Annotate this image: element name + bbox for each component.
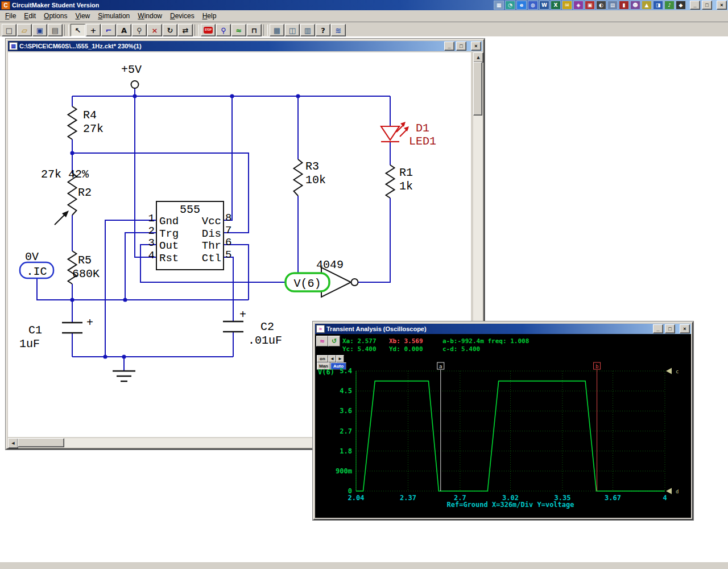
probe-tool-icon: ⚲	[221, 26, 226, 35]
y-tick-label: 4.5	[340, 387, 352, 395]
label-r2-ref: R2	[78, 186, 92, 199]
menu-edit[interactable]: Edit	[20, 11, 40, 21]
capacitor-c1[interactable]	[62, 323, 82, 333]
oscilloscope-minimize-button[interactable]: _	[653, 324, 663, 333]
tool-device-browse[interactable]: ▥	[300, 24, 315, 36]
tool-scroll-waveforms[interactable]: ≋	[331, 24, 346, 36]
tool-add-part[interactable]: +	[86, 24, 101, 36]
oscilloscope-maximize-button[interactable]: □	[665, 324, 675, 333]
menu-simulation[interactable]: Simulation	[94, 11, 134, 21]
tray-dot-icon[interactable]: ◆	[676, 1, 686, 10]
tool-stop-simulation[interactable]: STOP	[201, 24, 216, 36]
tool-help[interactable]: ?	[316, 24, 330, 36]
minimize-button[interactable]: _	[690, 1, 700, 10]
tool-print[interactable]: ▤	[48, 24, 63, 36]
tool-device-hotkeys[interactable]: ◫	[285, 24, 300, 36]
maximize-button[interactable]: □	[702, 1, 712, 10]
tool-wire-tool[interactable]: ⌐	[101, 24, 116, 36]
led-d1[interactable]	[381, 122, 409, 142]
label-plus5v: +5V	[121, 63, 142, 76]
oscilloscope-plot: 5.44.53.62.71.8900m02.042.372.73.023.353…	[315, 334, 691, 518]
tray-note-icon[interactable]: ♪	[664, 1, 675, 10]
tool-run-analysis[interactable]: ≈	[231, 24, 246, 36]
capacitor-c2[interactable]	[223, 321, 243, 332]
tool-text-tool[interactable]: A	[117, 24, 131, 36]
tool-probe-tool[interactable]: ⚲	[216, 24, 231, 36]
power-terminal[interactable]	[131, 81, 139, 88]
tray-word-icon[interactable]: W	[539, 1, 549, 10]
tray-mail-icon[interactable]: ✉	[562, 1, 572, 10]
tool-new-file[interactable]: □	[2, 24, 16, 36]
tray-tv-icon[interactable]: ◨	[653, 1, 663, 10]
tool-open-file[interactable]: ▱	[17, 24, 32, 36]
scroll-up-button[interactable]: ▲	[473, 52, 483, 63]
horizontal-scroll-thumb[interactable]	[18, 438, 64, 447]
add-part-icon: +	[90, 26, 97, 35]
tray-diamond-icon[interactable]: ◈	[573, 1, 584, 10]
menu-view[interactable]: View	[71, 11, 94, 21]
label-d1-ref: D1	[416, 122, 429, 135]
ground-symbol[interactable]	[113, 371, 135, 381]
menubar: FileEditOptionsViewSimulationWindowDevic…	[0, 10, 728, 22]
resistor-r4[interactable]	[68, 106, 77, 139]
resistor-r3[interactable]	[294, 159, 303, 196]
rotate-icon: ↻	[167, 26, 173, 35]
label-c2-plus: +	[239, 308, 246, 321]
digital-mode-icon: ⊓	[251, 26, 257, 35]
tray-face-icon[interactable]: ☻	[630, 1, 640, 10]
label-r1-val: 1k	[399, 180, 413, 193]
tray-doc-icon[interactable]: ▤	[607, 1, 618, 10]
schematic-minimize-button[interactable]: _	[444, 42, 454, 51]
help-icon: ?	[321, 26, 325, 35]
device-select-icon: ▦	[274, 26, 280, 35]
device-hotkeys-icon: ◫	[289, 26, 296, 35]
tool-save-file[interactable]: ▣	[32, 24, 47, 36]
tray-clock-icon[interactable]: ◔	[505, 1, 515, 10]
marker-arrow-d[interactable]	[666, 488, 672, 494]
pin-num-6: 6	[225, 236, 231, 249]
menu-options[interactable]: Options	[40, 11, 71, 21]
tray-tri-icon[interactable]: ▲	[642, 1, 652, 10]
resistor-r1[interactable]	[386, 165, 395, 198]
menu-file[interactable]: File	[1, 11, 20, 21]
pin-gnd: Gnd	[159, 215, 179, 228]
menu-devices[interactable]: Devices	[166, 11, 198, 21]
tool-zoom-tool[interactable]: ⚲	[132, 24, 147, 36]
mirror-icon: ⇄	[183, 26, 189, 35]
oscilloscope-close-button[interactable]: ×	[680, 324, 690, 333]
tray-grid-icon[interactable]: ▦	[494, 1, 504, 10]
print-icon: ▤	[52, 26, 59, 35]
menu-help[interactable]: Help	[198, 11, 221, 21]
pin-out: Out	[159, 240, 179, 252]
app-title: CircuitMaker Student Version	[12, 2, 99, 9]
tray-excel-icon[interactable]: X	[551, 1, 561, 10]
label-d1-val: LED1	[409, 135, 436, 148]
tray-book-icon[interactable]: ▮	[619, 1, 629, 10]
tool-delete-tool[interactable]: ×	[147, 24, 162, 36]
menu-window[interactable]: Window	[134, 11, 166, 21]
app-icon: C	[1, 1, 10, 10]
schematic-close-button[interactable]: ×	[471, 42, 481, 51]
tray-half-icon[interactable]: ◐	[596, 1, 606, 10]
pin-num-5: 5	[225, 249, 231, 261]
text-tool-icon: A	[121, 26, 127, 35]
tray-browser-icon[interactable]: e	[516, 1, 527, 10]
stop-simulation-icon: STOP	[204, 27, 213, 34]
oscilloscope-titlebar[interactable]: ≈ Transient Analysis (Oscilloscope) _ □ …	[315, 324, 691, 334]
schematic-titlebar[interactable]: ▤ C:\SPICE\CM60S\...\555_1Hz.ckt* 230%(1…	[8, 41, 482, 51]
scroll-left-button[interactable]: ◀	[8, 438, 18, 448]
marker-arrow-c[interactable]	[666, 368, 672, 374]
schematic-maximize-button[interactable]: □	[456, 42, 466, 51]
tool-digital-mode[interactable]: ⊓	[247, 24, 262, 36]
close-button[interactable]: ×	[717, 1, 727, 10]
device-browse-icon: ▥	[304, 26, 311, 35]
tray-box-icon[interactable]: ▣	[585, 1, 595, 10]
tool-rotate[interactable]: ↻	[163, 24, 177, 36]
tool-select-cursor[interactable]: ↖	[71, 24, 85, 36]
label-r5-val: 680K	[72, 267, 100, 281]
tool-mirror[interactable]: ⇄	[178, 24, 193, 36]
vertical-scroll-thumb[interactable]	[473, 62, 482, 116]
tool-device-select[interactable]: ▦	[270, 24, 284, 36]
oscilloscope-window[interactable]: ≈ Transient Analysis (Oscilloscope) _ □ …	[313, 321, 693, 520]
tray-globe-icon[interactable]: ◍	[528, 1, 538, 10]
